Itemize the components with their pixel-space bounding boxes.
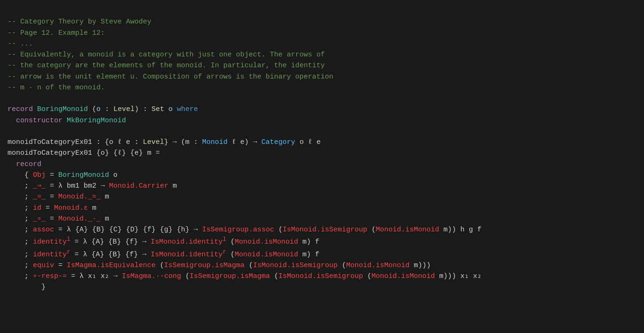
field-identityl: identityl [33,238,71,246]
semi-5: ; [24,226,33,234]
ismonoid-issemigroup-2: IsMonoid.isSemigroup [253,262,338,270]
constructor-mkboringmonoid: MkBoringMonoid [67,117,126,125]
equiv-args: ( [156,262,164,270]
sig-le: ℓ e) → [228,138,261,146]
monoid-carrier: Monoid.Carrier [109,182,168,190]
oresp-inner: ( [270,272,278,280]
func-sig-rest: } → (m : [164,138,202,146]
var-m-1: m [168,182,177,190]
field-obj: Obj [33,171,46,179]
func-monoidtocategory-sig: monoidToCategoryEx01 : {o ℓ e : [8,138,143,146]
monoid-approx: Monoid._≈_ [58,193,101,201]
type-level-1: Level [113,105,134,113]
issemigroup-ismagma-2: IsSemigroup.isMagma [189,272,270,280]
monoid-ismonoid-5: Monoid.isMonoid [371,272,435,280]
equiv-close: m))) [409,262,431,270]
brace-close: } [24,283,46,291]
paren-open-1: ( [92,105,96,113]
ismonoid-identityl: IsMonoid.identityl [151,238,227,246]
field-assoc: assoc [33,226,54,234]
eq-3: = [46,193,58,201]
paren-close-1: ) [134,105,139,113]
comment-line-1: -- Category Theory by Steve Awodey [8,18,151,26]
oresp-ismonoid: ( [363,272,371,280]
field-id: id [33,204,41,212]
brace-open: { [24,171,33,179]
eq-6: = λ {A} {B} {C} {D} {f} {g} {h} → [54,226,202,234]
level-type-sig: Level [143,138,164,146]
semi-8: ; [24,262,33,270]
comment-line-2: -- Page 12. Example 12: [8,29,105,37]
identityl-m: m) f [298,238,319,246]
semi-2: ; [24,193,33,201]
eq-4: = [41,204,54,212]
eq-2: = λ bm1 bm2 → [46,182,109,190]
var-o-2: o [168,105,173,113]
identityr-args: ( [226,251,235,259]
var-o: o [96,105,101,113]
semi-3: ; [24,204,33,212]
monoid-ismonoid-1: Monoid.isMonoid [376,226,439,234]
field-equiv: equiv [33,262,54,270]
semi-4: ; [24,215,33,223]
keyword-constructor: constructor [16,117,63,125]
ismonoid-issemigroup-1: IsMonoid.isSemigroup [283,226,367,234]
equiv-inner: ( [244,262,253,270]
field-approx: _≈_ [33,193,46,201]
keyword-record-1: record [8,105,33,113]
comment-line-5: -- the category are the elements of the … [8,62,325,70]
boring-monoid-ref: BoringMonoid [58,171,109,179]
field-identityr: identityr [33,251,71,259]
var-m-3: m [88,204,96,212]
monoid-type-sig: Monoid [202,138,228,146]
eq-9: = [54,262,67,270]
type-set: Set [151,105,164,113]
code-editor: -- Category Theory by Steve Awodey -- Pa… [8,6,636,293]
var-o-field: o [109,171,118,179]
equiv-ismonoid: ( [338,262,346,270]
comment-line-3: -- ... [8,40,33,48]
eq-5: = [46,215,58,223]
sig-ole: o ℓ e [295,138,321,146]
identityr-m: m) f [298,251,319,259]
field-oresp: ∘-resp-≈ [33,272,67,280]
assoc-args: ( [274,226,283,234]
colon-2: : [143,105,147,113]
comment-line-7: -- m · n of the monoid. [8,84,105,92]
colon-1: : [105,105,109,113]
keyword-record-2: record [16,160,41,168]
eq-8: = λ {A} {B} {f} → [71,251,151,259]
monoid-ismonoid-4: Monoid.isMonoid [346,262,409,270]
issemigroup-assoc: IsSemigroup.assoc [202,226,274,234]
ismagma-cong: IsMagma.∙-cong [122,272,181,280]
monoid-ismonoid-3: Monoid.isMonoid [235,251,298,259]
var-m-4: m [101,215,109,223]
type-boringmonoid: BoringMonoid [37,105,88,113]
var-m-2: m [101,193,109,201]
field-compose: _∘_ [33,215,46,223]
field-arrow: _⇒_ [33,182,46,190]
oresp-args: ( [181,272,189,280]
comment-line-6: -- arrow is the unit element u. Composit… [8,73,333,81]
eq-1: = [46,171,58,179]
monoid-epsilon: Monoid.ε [54,204,88,212]
category-type-sig: Category [261,138,295,146]
oresp-close: m))) x₁ x₂ [435,272,481,280]
assoc-m: m)) h g f [439,226,481,234]
eq-7: = λ {A} {B} {f} → [71,238,151,246]
keyword-where-1: where [177,105,198,113]
monoid-ismonoid-2: Monoid.isMonoid [235,238,298,246]
comment-line-4: -- Equivalently, a monoid is a category … [8,51,325,59]
eq-10: = λ x₁ x₂ → [67,272,122,280]
func-monoidtocategory-def: monoidToCategoryEx01 {o} {ℓ} {e} m = [8,149,160,157]
semi-9: ; [24,272,33,280]
semi-7: ; [24,251,33,259]
ismagma-isequivalence: IsMagma.isEquivalence [67,262,156,270]
ismonoid-identityr: IsMonoid.identityr [151,251,227,259]
issemigroup-ismagma-1: IsSemigroup.isMagma [164,262,244,270]
semi-1: ; [24,182,33,190]
assoc-inner: ( [367,226,376,234]
monoid-dot: Monoid._∙_ [58,215,101,223]
semi-6: ; [24,238,33,246]
ismonoid-issemigroup-3: IsMonoid.isSemigroup [278,272,363,280]
